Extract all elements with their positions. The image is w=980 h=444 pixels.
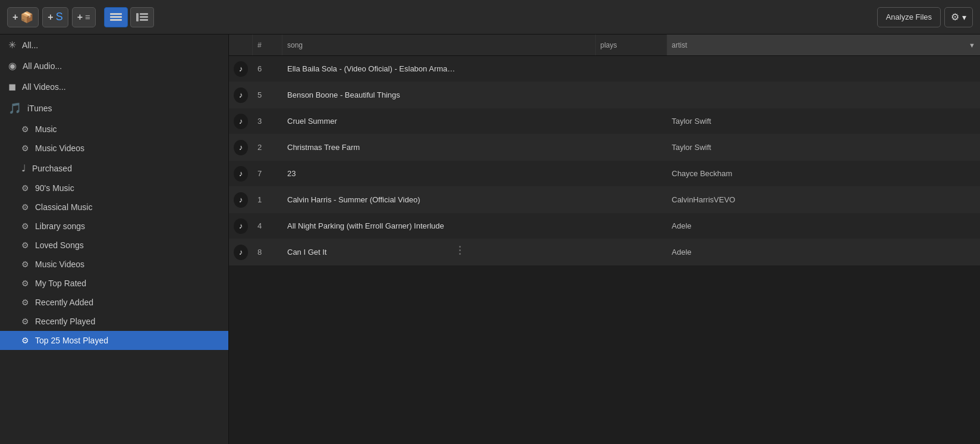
sidebar-item-recently-added[interactable]: ⚙Recently Added — [0, 293, 228, 312]
sidebar-item-classical-music[interactable]: ⚙Classical Music — [0, 198, 228, 217]
sidebar-item-all-audio[interactable]: ◉All Audio... — [0, 55, 228, 76]
sidebar-item-top-25-most-played[interactable]: ⚙Top 25 Most Played — [0, 331, 228, 350]
sidebar-icon-purchased: ♩ — [21, 162, 26, 174]
row-number: 5 — [253, 90, 282, 99]
sidebar-icon-library-songs: ⚙ — [21, 221, 29, 231]
music-note-icon: ♪ — [234, 114, 248, 129]
sidebar-icon-all-videos: ◼ — [8, 81, 16, 92]
playlist-icon: ≡ — [85, 12, 90, 22]
music-note-icon: ♪ — [234, 140, 248, 155]
sidebar-icon-music-videos-2: ⚙ — [21, 259, 29, 269]
svg-rect-1 — [110, 16, 122, 18]
list-view-button[interactable] — [130, 7, 154, 27]
sidebar-label-music: Music — [35, 124, 57, 134]
script-icon: S — [56, 11, 63, 23]
table-row[interactable]: ♪1Calvin Harris - Summer (Official Video… — [229, 187, 980, 213]
add-script-button[interactable]: + S — [42, 7, 68, 27]
row-icon: ♪ — [229, 61, 253, 77]
row-number: 3 — [253, 117, 282, 126]
row-icon: ♪ — [229, 114, 253, 129]
row-icon: ♪ — [229, 87, 253, 103]
add-playlist-button[interactable]: + ≡ — [72, 7, 96, 27]
analyze-files-label: Analyze Files — [886, 12, 932, 21]
sidebar-item-library-songs[interactable]: ⚙Library songs — [0, 217, 228, 236]
row-number: 6 — [253, 64, 282, 73]
sidebar-label-itunes: iTunes — [27, 104, 52, 113]
sidebar-item-music-videos[interactable]: ⚙Music Videos — [0, 139, 228, 158]
row-song: Cruel Summer — [282, 117, 596, 126]
row-icon: ♪ — [229, 192, 253, 208]
row-song: Benson Boone - Beautiful Things — [282, 90, 596, 99]
row-number: 4 — [253, 221, 282, 230]
row-artist: Chayce Beckham — [667, 169, 981, 178]
dropdown-arrow: ▾ — [962, 12, 966, 22]
music-note-icon: ♪ — [234, 218, 248, 234]
music-note-icon: ♪ — [234, 192, 248, 208]
table-row[interactable]: ♪3Cruel SummerTaylor Swift — [229, 108, 980, 135]
sidebar-item-music[interactable]: ⚙Music — [0, 120, 228, 139]
row-icon: ♪ — [229, 166, 253, 182]
sidebar-label-library-songs: Library songs — [35, 221, 85, 231]
row-song: Can I Get It — [282, 248, 596, 257]
th-num: # — [253, 35, 282, 55]
drag-dot-2 — [459, 249, 461, 251]
sidebar-icon-loved-songs: ⚙ — [21, 240, 29, 250]
sidebar-item-90s-music[interactable]: ⚙90's Music — [0, 179, 228, 198]
th-icon — [229, 35, 253, 55]
sidebar-item-all-videos[interactable]: ◼All Videos... — [0, 76, 228, 97]
sidebar-label-music-videos: Music Videos — [35, 143, 84, 153]
sidebar-label-top-25-most-played: Top 25 Most Played — [35, 336, 108, 345]
sidebar-item-all[interactable]: ✳All... — [0, 35, 228, 55]
row-artist: Taylor Swift — [667, 117, 981, 126]
drag-dot-1 — [459, 246, 461, 248]
th-song: song — [282, 35, 596, 55]
settings-button[interactable]: ⚙ ▾ — [944, 7, 973, 27]
sidebar-item-recently-played[interactable]: ⚙Recently Played — [0, 312, 228, 331]
grid-view-button[interactable] — [104, 7, 128, 27]
sidebar-icon-music: ⚙ — [21, 124, 29, 134]
sidebar-icon-top-25-most-played: ⚙ — [21, 336, 29, 345]
table-row[interactable]: ♪2Christmas Tree FarmTaylor Swift — [229, 135, 980, 161]
sidebar-item-loved-songs[interactable]: ⚙Loved Songs — [0, 236, 228, 255]
list-view-icon — [136, 12, 149, 22]
artist-sort-icon: ▼ — [969, 42, 975, 49]
analyze-files-button[interactable]: Analyze Files — [877, 7, 941, 27]
add-library-button[interactable]: + 📦 — [7, 7, 39, 27]
sidebar-label-my-top-rated: My Top Rated — [35, 279, 86, 288]
row-song: Ella Baila Sola - (Video Oficial) - Esla… — [282, 64, 596, 73]
row-song: 23 — [282, 169, 596, 178]
table-row[interactable]: ♪723Chayce Beckham — [229, 161, 980, 187]
row-song: Calvin Harris - Summer (Official Video) — [282, 195, 596, 204]
svg-rect-3 — [136, 13, 139, 21]
th-plays: plays — [596, 35, 667, 55]
table-body: ♪6Ella Baila Sola - (Video Oficial) - Es… — [229, 56, 980, 444]
sidebar-label-recently-played: Recently Played — [35, 317, 95, 326]
sidebar-icon-music-videos: ⚙ — [21, 143, 29, 153]
drag-handle[interactable] — [457, 56, 462, 444]
row-icon: ♪ — [229, 140, 253, 155]
table-row[interactable]: ♪4All Night Parking (with Erroll Garner)… — [229, 213, 980, 239]
sidebar-icon-all: ✳ — [8, 39, 16, 51]
row-icon: ♪ — [229, 245, 253, 260]
music-note-icon: ♪ — [234, 245, 248, 260]
sidebar-item-music-videos-2[interactable]: ⚙Music Videos — [0, 255, 228, 274]
content-area: # song plays artist ▼ ♪6Ella Baila Sola … — [229, 35, 980, 444]
sidebar-item-itunes[interactable]: 🎵iTunes — [0, 97, 228, 120]
row-song: All Night Parking (with Erroll Garner) I… — [282, 221, 596, 230]
table-row[interactable]: ♪6Ella Baila Sola - (Video Oficial) - Es… — [229, 56, 980, 82]
row-number: 8 — [253, 248, 282, 257]
toolbar: + 📦 + S + ≡ Analyze — [0, 0, 980, 35]
main-area: ✳All...◉All Audio...◼All Videos...🎵iTune… — [0, 35, 980, 444]
row-icon: ♪ — [229, 218, 253, 234]
table-row[interactable]: ♪5Benson Boone - Beautiful Things — [229, 82, 980, 108]
row-artist: Adele — [667, 248, 981, 257]
sidebar-item-my-top-rated[interactable]: ⚙My Top Rated — [0, 274, 228, 293]
row-artist: Adele — [667, 221, 981, 230]
sidebar-item-purchased[interactable]: ♩Purchased — [0, 158, 228, 179]
table-row[interactable]: ♪8Can I Get ItAdele — [229, 239, 980, 265]
svg-rect-4 — [140, 13, 148, 15]
sidebar-icon-recently-added: ⚙ — [21, 298, 29, 307]
sidebar-label-classical-music: Classical Music — [35, 202, 92, 212]
sidebar: ✳All...◉All Audio...◼All Videos...🎵iTune… — [0, 35, 229, 444]
plus-icon-2: + — [48, 12, 53, 23]
